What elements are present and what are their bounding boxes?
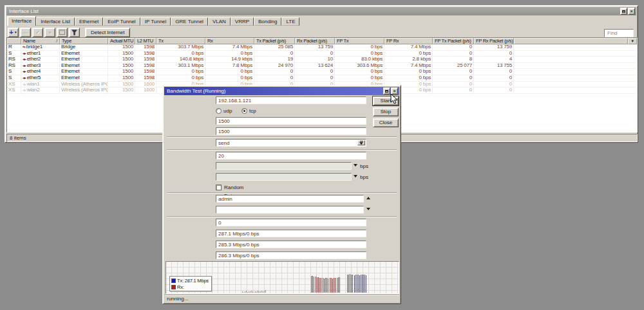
stop-button[interactable]: Stop: [373, 107, 399, 116]
row-value-actual-mtu: 1500: [108, 69, 135, 75]
wireless-icon: ◃▹: [23, 88, 26, 92]
column-header-fp-tx[interactable]: FP Tx: [335, 38, 384, 44]
tab-eoip-tunnel[interactable]: EoIP Tunnel: [103, 17, 140, 26]
baseline-ticks: [252, 291, 253, 293]
column-header-fp-rx-packet-p-s[interactable]: FP Rx Packet (p/s): [474, 38, 514, 44]
chevron-down-icon[interactable]: [354, 175, 357, 178]
local-udp-tx-size-input[interactable]: 1500: [216, 117, 366, 125]
protocol-tcp-option[interactable]: tcp: [249, 107, 256, 115]
detect-internet-button[interactable]: Detect Internet: [85, 28, 130, 37]
table-row-ether5[interactable]: S◂▸ether5Ethernet150015980 bps0 bps000 b…: [7, 75, 637, 82]
disable-button[interactable]: ×: [44, 28, 55, 37]
table-row-ether3[interactable]: RS◂▸ether3Ethernet15001598303.1 Mbps7.8 …: [7, 63, 637, 69]
row-value-tx: 303.1 Mbps: [156, 63, 205, 69]
test-to-input[interactable]: 192.168.1.121: [216, 96, 366, 104]
rx-burst: [335, 278, 336, 293]
protocol-udp-option[interactable]: udp: [223, 107, 232, 115]
enable-button[interactable]: ✓: [32, 28, 43, 37]
row-value-fp-rx: 0 bps: [384, 69, 433, 75]
sort-indicator: /: [56, 39, 57, 44]
column-header-fp-tx-packet-p-s[interactable]: FP Tx Packet (p/s): [433, 38, 474, 44]
row-value-l2-mtu: 1600: [135, 82, 156, 87]
table-row-ether2[interactable]: RS◂▸ether2Ethernet15001598140.8 kbps14.9…: [7, 57, 637, 63]
row-value-rx-packet-p-s: 13 624: [295, 63, 335, 69]
note-icon: [59, 30, 65, 35]
interface-list-titlebar[interactable]: Interface List ×: [6, 7, 636, 15]
row-value-fp-rx: 2.8 kbps: [384, 57, 433, 62]
row-flag: RS: [7, 63, 21, 69]
baseline-ticks: [263, 291, 263, 293]
remote-tx-speed-input[interactable]: [216, 173, 352, 181]
filter-button[interactable]: [69, 28, 80, 37]
random-data-checkbox[interactable]: [216, 185, 222, 190]
close-icon[interactable]: ×: [628, 8, 635, 15]
tab-vrrp[interactable]: VRRP: [231, 17, 254, 26]
chevron-down-icon[interactable]: [366, 208, 370, 210]
column-header-name[interactable]: Name/: [21, 38, 60, 44]
user-input[interactable]: admin: [216, 195, 364, 203]
baseline-ticks: [259, 291, 260, 293]
restore-icon[interactable]: [383, 87, 390, 95]
ethernet-icon: ◂▸: [23, 51, 26, 55]
baseline-ticks: [256, 291, 257, 293]
row-value-actual-mtu: 1500: [108, 82, 135, 87]
column-header-l2-mtu[interactable]: L2 MTU: [135, 38, 156, 44]
tab-ethernet[interactable]: Ethernet: [75, 17, 103, 26]
rx-burst: [311, 276, 312, 293]
direction-select[interactable]: send: [216, 139, 366, 147]
close-button[interactable]: Close: [373, 118, 399, 127]
password-input[interactable]: [216, 206, 364, 214]
column-selector-button[interactable]: ▼: [628, 38, 637, 44]
column-header-tx-packet-p-s[interactable]: Tx Packet (p/s): [254, 38, 295, 44]
column-header-actual-mtu[interactable]: Actual MTU: [108, 38, 135, 44]
chevron-down-icon[interactable]: [354, 164, 357, 167]
row-type: Ethernet: [60, 57, 108, 62]
find-input[interactable]: Find: [604, 29, 634, 37]
dialog-titlebar[interactable]: Bandwidth Test (Running) ×: [164, 87, 399, 95]
row-value-tx: 0 bps: [156, 69, 205, 75]
minus-icon: —: [23, 30, 28, 35]
tab-ip-tunnel[interactable]: IP Tunnel: [140, 17, 171, 26]
tcp-connection-count-input[interactable]: 20: [216, 152, 366, 160]
restore-icon[interactable]: [620, 8, 627, 15]
row-value-tx-packet-p-s: 24 970: [254, 63, 295, 69]
rx-burst: [316, 277, 316, 293]
row-name: ◂▸ether1: [21, 51, 60, 57]
tab-interface-list[interactable]: Interface List: [36, 17, 75, 26]
column-header-tx[interactable]: Tx: [156, 38, 205, 44]
row-filler: [514, 69, 637, 75]
add-button[interactable]: +▼: [8, 28, 19, 37]
local-tx-speed-input[interactable]: [216, 162, 352, 170]
tx-burst: [350, 274, 350, 293]
chevron-up-icon[interactable]: [366, 197, 370, 199]
row-value-rx-packet-p-s: 0: [295, 51, 335, 57]
row-value-fp-tx-packet-p-s: 0: [433, 82, 474, 87]
tx-burst: [352, 275, 353, 293]
column-header-fp-rx[interactable]: FP Rx: [384, 38, 433, 44]
divider: [167, 136, 397, 138]
row-value-l2-mtu: 1600: [135, 87, 156, 93]
dropdown-button[interactable]: [357, 140, 365, 145]
column-header-type[interactable]: Type: [60, 38, 108, 44]
tab-gre-tunnel[interactable]: GRE Tunnel: [171, 17, 208, 26]
table-row-bridge1[interactable]: R⇆bridge1Bridge15001598303.7 Mbps7.4 Mbp…: [7, 44, 637, 51]
rx-color-swatch: [171, 285, 176, 289]
protocol-radio-tcp[interactable]: [242, 108, 247, 114]
baseline-ticks: [251, 291, 252, 293]
tab-vlan[interactable]: VLAN: [208, 17, 231, 26]
tab-interface[interactable]: Interface: [7, 16, 36, 26]
remove-button[interactable]: —: [20, 28, 31, 37]
row-value-l2-mtu: 1598: [135, 57, 156, 62]
row-value-fp-tx-packet-p-s: 8: [433, 57, 474, 62]
comment-button[interactable]: [57, 28, 68, 37]
column-header-rx[interactable]: Rx: [205, 38, 254, 44]
table-row-ether1[interactable]: S◂▸ether1Ethernet150015980 bps0 bps000 b…: [7, 51, 637, 57]
tab-lte[interactable]: LTE: [281, 17, 299, 26]
table-row-ether4[interactable]: S◂▸ether4Ethernet150015980 bps0 bps000 b…: [7, 69, 637, 75]
column-header-rx-packet-p-s[interactable]: Rx Packet (p/s): [295, 38, 335, 44]
tab-bonding[interactable]: Bonding: [254, 17, 281, 26]
flag-column-header: [7, 38, 21, 44]
protocol-radio-udp[interactable]: [216, 108, 222, 114]
tx-burst: [362, 275, 363, 293]
remote-udp-tx-size-input[interactable]: 1500: [216, 127, 366, 135]
